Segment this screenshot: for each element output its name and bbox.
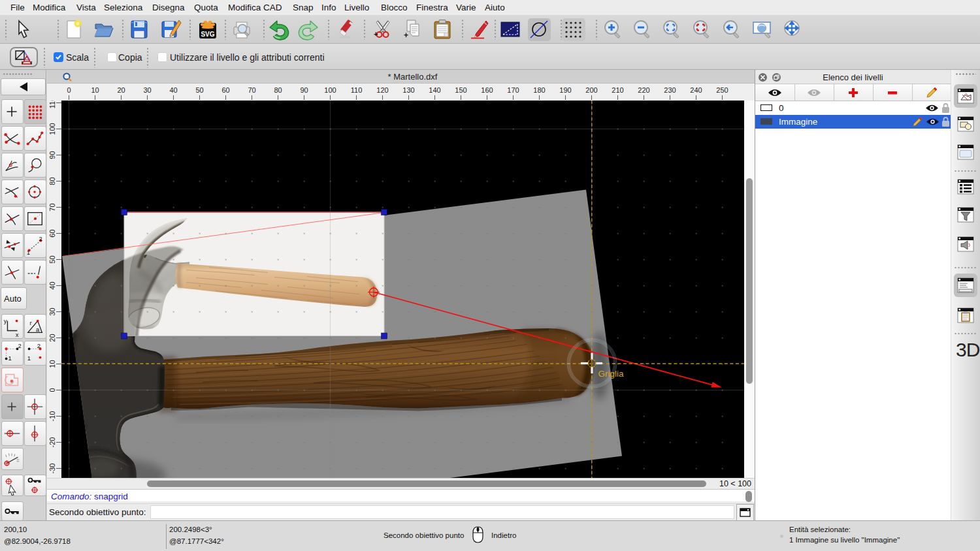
svg-text:10: 10 <box>48 360 56 368</box>
svg-text:50: 50 <box>195 86 203 94</box>
svg-text:SVG: SVG <box>201 31 214 38</box>
svg-text:50: 50 <box>48 255 56 263</box>
svg-text:190: 190 <box>559 86 571 94</box>
svg-text:x: x <box>16 331 19 338</box>
svg-text:1: 1 <box>8 354 11 362</box>
svg-text:80: 80 <box>48 177 56 185</box>
svg-text:140: 140 <box>429 86 440 94</box>
svg-text:220: 220 <box>638 86 649 94</box>
svg-text:200: 200 <box>585 86 597 94</box>
svg-text:240: 240 <box>690 86 702 94</box>
svg-text:60: 60 <box>221 86 229 94</box>
svg-text:250: 250 <box>716 86 728 94</box>
svg-text:2: 2 <box>37 342 41 349</box>
svg-text:40: 40 <box>169 86 177 94</box>
svg-text:-30: -30 <box>48 463 56 473</box>
svg-text:170: 170 <box>507 86 519 94</box>
svg-text:30: 30 <box>48 307 56 315</box>
svg-text:30: 30 <box>143 86 151 94</box>
svg-text:2: 2 <box>39 235 42 242</box>
svg-text:90: 90 <box>48 151 56 159</box>
svg-text:-20: -20 <box>48 437 56 447</box>
svg-text:r: r <box>30 319 32 326</box>
svg-text:70: 70 <box>48 203 56 211</box>
svg-text:60: 60 <box>48 229 56 237</box>
svg-text:10: 10 <box>91 86 99 94</box>
svg-text:180: 180 <box>533 86 545 94</box>
svg-text:2: 2 <box>18 342 21 349</box>
svg-text:90: 90 <box>300 86 308 94</box>
svg-text:Griglia: Griglia <box>598 368 625 378</box>
svg-text:1: 1 <box>27 249 30 256</box>
svg-text:210: 210 <box>612 86 623 94</box>
svg-text:150: 150 <box>455 86 466 94</box>
svg-text:100: 100 <box>48 123 56 134</box>
svg-text:80: 80 <box>274 86 282 94</box>
svg-text:0: 0 <box>48 388 56 392</box>
svg-text:100: 100 <box>324 86 336 94</box>
svg-text:-10: -10 <box>48 411 56 421</box>
svg-text:20: 20 <box>117 86 125 94</box>
svg-text:+: + <box>374 30 378 38</box>
svg-text:110: 110 <box>351 86 363 94</box>
svg-text:110: 110 <box>48 101 56 108</box>
svg-text:+: + <box>404 31 408 40</box>
svg-text:160: 160 <box>481 86 493 94</box>
svg-text:0: 0 <box>67 86 71 94</box>
svg-text:y: y <box>4 317 7 324</box>
svg-text:20: 20 <box>48 334 56 341</box>
svg-text:120: 120 <box>376 86 388 94</box>
svg-text:230: 230 <box>664 86 676 94</box>
svg-text:130: 130 <box>402 86 414 94</box>
svg-text:1: 1 <box>27 354 31 362</box>
svg-text:a: a <box>36 326 40 333</box>
svg-text:70: 70 <box>248 86 255 94</box>
svg-text:40: 40 <box>48 281 56 289</box>
